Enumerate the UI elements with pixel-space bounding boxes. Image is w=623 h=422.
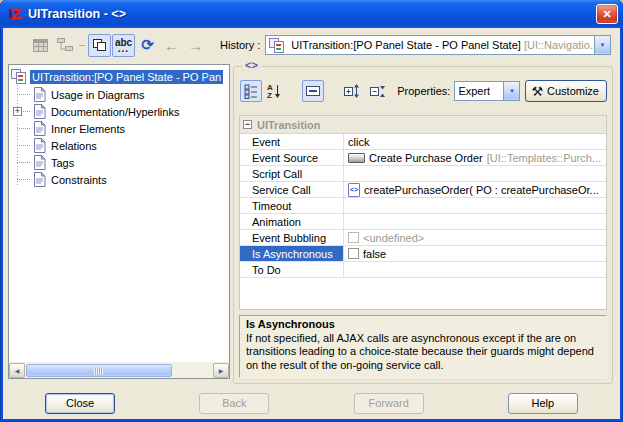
property-value[interactable]: <> createPurchaseOrder( PO : createPurch… [344, 182, 606, 197]
property-value[interactable] [344, 198, 606, 213]
history-forward-button[interactable]: → [184, 34, 207, 57]
properties-mode-label: Properties: [397, 85, 450, 97]
properties-mode-combobox[interactable]: Expert ▼ [454, 81, 520, 101]
categorized-view-icon [244, 84, 258, 99]
section-title: UITransition [257, 119, 321, 131]
property-row-is-asynchronous[interactable]: Is Asynchronous false [240, 246, 606, 262]
property-row-event[interactable]: Event click [240, 134, 606, 150]
property-row-event-source[interactable]: Event Source Create Purchase Order [UI::… [240, 150, 606, 166]
tree-item-label: Relations [51, 140, 97, 152]
checkbox-unchecked[interactable] [348, 248, 359, 259]
categorized-view-button[interactable] [240, 80, 262, 102]
chevron-down-icon: ▼ [600, 42, 606, 48]
table-icon [33, 39, 48, 52]
property-value[interactable]: Create Purchase Order [UI::Templates::Pu… [344, 150, 606, 165]
expand-nodes-button[interactable] [341, 80, 363, 102]
help-button[interactable]: Help [508, 393, 578, 414]
refresh-icon: ⟳ [141, 36, 154, 54]
collapse-nodes-button[interactable] [367, 80, 389, 102]
tree-item-tags[interactable]: Tags [9, 154, 229, 171]
property-value[interactable] [344, 262, 606, 277]
property-label: Timeout [240, 198, 344, 213]
description-panel: Is Asynchronous If not specified, all AJ… [239, 315, 607, 378]
collapse-all-icon [370, 83, 386, 99]
overlapping-windows-icon [92, 38, 107, 53]
tree-panel: UITransition:[PO Panel State - PO Pan Us… [8, 64, 230, 379]
service-call-icon: <> [348, 183, 360, 197]
property-row-script-call[interactable]: Script Call [240, 166, 606, 182]
property-label: Service Call [240, 182, 344, 197]
scroll-right-icon: ▶ [219, 367, 224, 374]
checkbox-unchecked[interactable] [348, 232, 359, 243]
customize-button[interactable]: ⚒ Customize [525, 80, 607, 102]
property-row-animation[interactable]: Animation [240, 214, 606, 230]
expand-all-icon [344, 83, 360, 99]
expand-plus-icon[interactable]: + [13, 107, 22, 116]
tree-item-usage-in-diagrams[interactable]: Usage in Diagrams [9, 86, 229, 103]
history-combobox[interactable]: UITransition:[PO Panel State - PO Panel … [265, 35, 611, 55]
tree-item-relations[interactable]: Relations [9, 137, 229, 154]
scroll-left-button[interactable]: ◀ [9, 363, 25, 378]
chevron-down-icon: ▼ [509, 88, 515, 94]
app-logo-icon [6, 6, 24, 22]
property-value[interactable] [344, 214, 606, 229]
refresh-button[interactable]: ⟳ [136, 34, 159, 57]
tree-view-button[interactable] [53, 34, 76, 57]
scroll-right-button[interactable]: ▶ [213, 363, 229, 378]
tree-item-label: Constraints [51, 174, 107, 186]
collapse-section-icon[interactable]: − [243, 120, 252, 129]
close-dialog-button[interactable]: Close [45, 393, 115, 414]
main-toolbar: abc... ⟳ ← → History : UITransition [3, 28, 620, 62]
tree-item-inner-elements[interactable]: Inner Elements [9, 120, 229, 137]
close-button[interactable]: ✕ [596, 4, 618, 24]
tree-horizontal-scrollbar[interactable]: ◀ ▶ [9, 362, 229, 378]
description-text: If not specified, all AJAX calls are asy… [246, 332, 600, 373]
history-back-button[interactable]: ← [160, 34, 183, 57]
document-icon [33, 104, 46, 119]
property-label: Animation [240, 214, 344, 229]
property-row-service-call[interactable]: Service Call <> createPurchaseOrder( PO … [240, 182, 606, 198]
tree-item-label: Tags [51, 157, 74, 169]
tree-item-label: Usage in Diagrams [51, 89, 145, 101]
property-value[interactable] [344, 166, 606, 181]
show-full-names-button[interactable]: abc... [112, 34, 135, 57]
property-value[interactable]: false [344, 246, 606, 261]
dialog-client-area: abc... ⟳ ← → History : UITransition [3, 28, 620, 419]
forward-button: Forward [354, 393, 424, 414]
tree-root-item[interactable]: UITransition:[PO Panel State - PO Pan [9, 67, 229, 86]
sort-alphabetically-button[interactable]: A Z [263, 80, 285, 102]
abc-icon: abc... [115, 39, 132, 51]
document-icon [33, 155, 46, 170]
property-grid: − UITransition Event click Event Source … [239, 115, 607, 310]
customize-label: Customize [547, 85, 599, 97]
property-section-header[interactable]: − UITransition [240, 116, 606, 134]
property-value[interactable]: <undefined> [344, 230, 606, 245]
table-view-button[interactable] [29, 34, 52, 57]
document-icon [33, 138, 46, 153]
back-arrow-icon: ← [164, 37, 179, 54]
specification-window: UITransition - <> ✕ [0, 0, 623, 422]
properties-mode-dropdown-button[interactable]: ▼ [503, 82, 519, 100]
property-row-event-bubbling[interactable]: Event Bubbling <undefined> [240, 230, 606, 246]
property-value[interactable]: click [344, 134, 606, 149]
ui-component-icon [348, 153, 365, 163]
history-value: UITransition:[PO Panel State - PO Panel … [288, 39, 594, 51]
svg-text:Z: Z [267, 91, 272, 99]
property-label: Event Source [240, 150, 344, 165]
property-row-to-do[interactable]: To Do [240, 262, 606, 278]
history-label: History : [220, 39, 260, 51]
tree-item-constraints[interactable]: Constraints [9, 171, 229, 188]
close-icon: ✕ [602, 8, 611, 21]
history-dropdown-button[interactable]: ▼ [594, 36, 610, 54]
show-description-button[interactable] [302, 80, 324, 102]
tree-item-documentation-hyperlinks[interactable]: + Documentation/Hyperlinks [9, 103, 229, 120]
property-label: Event [240, 134, 344, 149]
description-area-icon [306, 86, 320, 96]
transition-icon [269, 38, 285, 53]
cascade-windows-button[interactable] [88, 34, 111, 57]
title-bar[interactable]: UITransition - <> ✕ [0, 0, 623, 28]
property-row-timeout[interactable]: Timeout [240, 198, 606, 214]
document-icon [33, 172, 46, 187]
back-button: Back [199, 393, 269, 414]
scrollbar-thumb[interactable] [26, 364, 172, 377]
